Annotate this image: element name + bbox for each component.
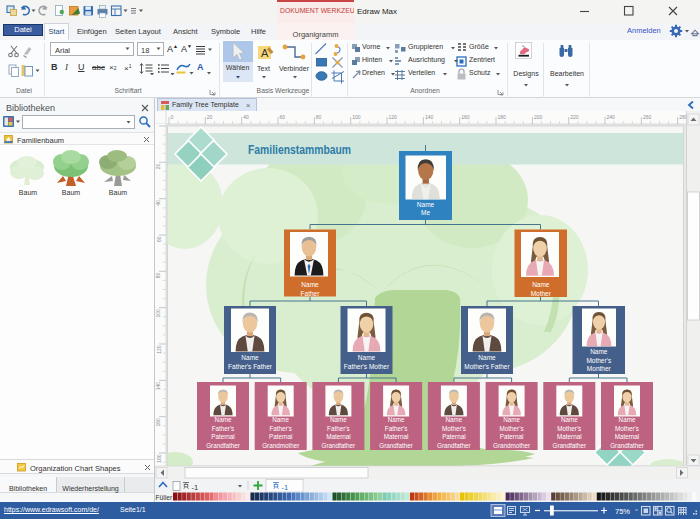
svg-text:Mother's: Mother's: [615, 425, 639, 432]
svg-text:Name: Name: [590, 348, 608, 355]
svg-text:Father's Mother: Father's Mother: [344, 363, 390, 370]
svg-text:Mother: Mother: [531, 290, 552, 297]
svg-text:60: 60: [280, 114, 286, 120]
svg-text:Name: Name: [561, 416, 578, 423]
svg-text:Grandfather: Grandfather: [610, 442, 644, 449]
svg-text:Paternal: Paternal: [269, 433, 292, 440]
svg-text:260: 260: [643, 114, 652, 120]
svg-text:140: 140: [156, 382, 162, 391]
svg-text:Name: Name: [215, 416, 232, 423]
svg-text:100: 100: [156, 309, 162, 318]
svg-text:20: 20: [156, 164, 162, 170]
svg-text:75%: 75%: [615, 507, 630, 516]
svg-text:Paternal: Paternal: [500, 433, 523, 440]
svg-text:0: 0: [171, 114, 174, 120]
svg-text:Name: Name: [619, 416, 636, 423]
svg-text:Paternal: Paternal: [211, 433, 234, 440]
svg-text:Name: Name: [478, 354, 496, 361]
svg-text:Grandfather: Grandfather: [322, 442, 356, 449]
svg-text:Father's Father: Father's Father: [228, 363, 273, 370]
svg-text:20: 20: [207, 114, 213, 120]
svg-text:Grandfather: Grandfather: [379, 442, 413, 449]
svg-text:60: 60: [156, 236, 162, 242]
svg-text:80: 80: [316, 114, 322, 120]
svg-text:140: 140: [425, 114, 434, 120]
svg-text:Name: Name: [272, 416, 289, 423]
svg-text:Monther: Monther: [587, 365, 612, 372]
svg-text:Maternal: Maternal: [384, 433, 409, 440]
svg-text:Name: Name: [301, 281, 319, 288]
svg-text:240: 240: [607, 114, 616, 120]
svg-text:Mother's: Mother's: [586, 357, 611, 364]
svg-text:Maternal: Maternal: [326, 433, 351, 440]
svg-text:Grandmother: Grandmother: [493, 442, 530, 449]
svg-text:Grandfather: Grandfather: [552, 442, 586, 449]
svg-text:Maternal: Maternal: [557, 433, 582, 440]
svg-text:100: 100: [352, 114, 361, 120]
svg-text:-1: -1: [282, 483, 289, 492]
svg-text:Father's: Father's: [212, 425, 235, 432]
svg-text:Füller: Füller: [156, 494, 173, 501]
svg-text:Me: Me: [421, 209, 430, 216]
svg-text:120: 120: [156, 345, 162, 354]
svg-text:Name: Name: [446, 416, 463, 423]
svg-text:160: 160: [156, 418, 162, 427]
svg-text:Familienstammbaum: Familienstammbaum: [248, 143, 351, 157]
svg-text:180: 180: [156, 454, 162, 463]
svg-text:Mother's: Mother's: [442, 425, 466, 432]
svg-text:Name: Name: [241, 354, 259, 361]
svg-text:Grandmother: Grandmother: [262, 442, 299, 449]
svg-text:160: 160: [461, 114, 470, 120]
svg-text:40: 40: [156, 200, 162, 206]
svg-text:Maternal: Maternal: [615, 433, 640, 440]
svg-text:40: 40: [243, 114, 249, 120]
svg-text:Father: Father: [301, 290, 321, 297]
svg-text:Name: Name: [417, 201, 435, 208]
svg-text:200: 200: [534, 114, 543, 120]
svg-text:Grandfather: Grandfather: [206, 442, 240, 449]
svg-text:Paternal: Paternal: [442, 433, 465, 440]
svg-text:80: 80: [156, 273, 162, 279]
svg-text:Father's: Father's: [327, 425, 350, 432]
svg-text:Grandfather: Grandfather: [437, 442, 471, 449]
svg-text:Father's: Father's: [385, 425, 408, 432]
svg-text:Name: Name: [532, 281, 550, 288]
svg-text:Name: Name: [330, 416, 347, 423]
svg-text:180: 180: [498, 114, 507, 120]
svg-text:Mother's: Mother's: [500, 425, 524, 432]
svg-text:Father's: Father's: [269, 425, 292, 432]
svg-text:Mother's: Mother's: [557, 425, 581, 432]
svg-text:Name: Name: [388, 416, 405, 423]
svg-text:-1: -1: [192, 483, 199, 492]
svg-text:220: 220: [570, 114, 579, 120]
svg-text:Name: Name: [503, 416, 520, 423]
svg-text:Name: Name: [358, 354, 376, 361]
svg-text:120: 120: [389, 114, 398, 120]
svg-text:Mother's Father: Mother's Father: [464, 363, 510, 370]
